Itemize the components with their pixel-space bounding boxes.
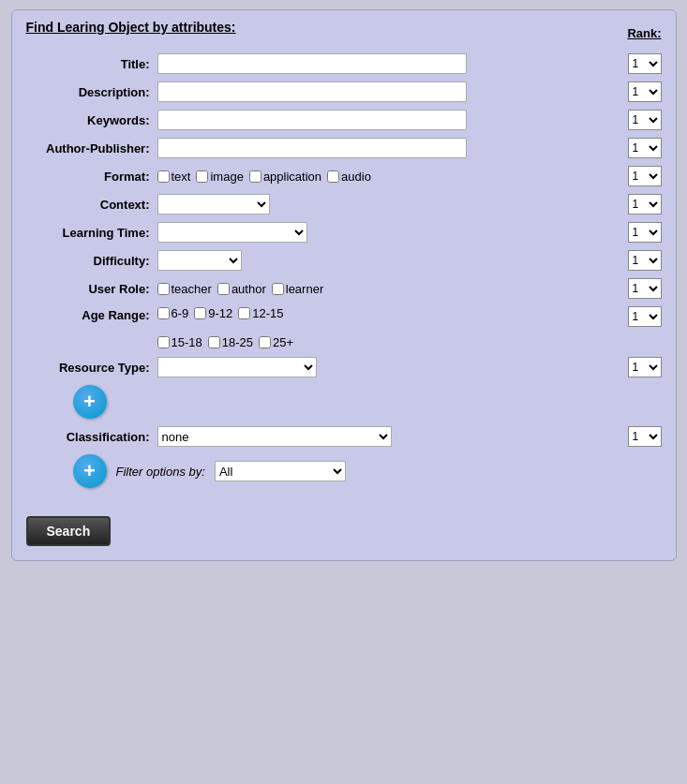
format-image-label: image <box>210 170 243 184</box>
age-range-row: Age Range: 6-9 9-12 12-15 <box>26 306 662 349</box>
role-author-checkbox[interactable] <box>217 283 230 295</box>
age-row-1: 6-9 9-12 12-15 <box>157 306 294 320</box>
age-18-25-item[interactable]: 18-25 <box>208 335 253 349</box>
format-audio-checkbox[interactable] <box>327 170 339 183</box>
role-author-label: author <box>231 282 266 296</box>
age-9-12-checkbox[interactable] <box>194 307 206 319</box>
format-rank-select[interactable]: 12345 <box>628 166 662 186</box>
format-application-item[interactable]: application <box>249 170 321 184</box>
age-6-9-checkbox[interactable] <box>157 307 170 319</box>
age-row-2: 15-18 18-25 25+ <box>157 335 294 349</box>
author-publisher-label: Author-Publisher: <box>26 141 157 155</box>
age-9-12-item[interactable]: 9-12 <box>194 306 232 320</box>
learning-time-row: Learning Time: < 1 hour 1-3 hours 3-6 ho… <box>26 222 662 243</box>
difficulty-select[interactable]: Very Easy Easy Medium Difficult Very Dif… <box>157 250 242 271</box>
keywords-rank-select[interactable]: 12345 <box>628 110 662 130</box>
age-6-9-label: 6-9 <box>172 306 189 320</box>
age-25plus-checkbox[interactable] <box>259 336 271 348</box>
learning-time-select[interactable]: < 1 hour 1-3 hours 3-6 hours > 6 hours <box>157 222 307 243</box>
description-rank-select[interactable]: 12345 <box>628 81 662 102</box>
age-12-15-checkbox[interactable] <box>238 307 250 319</box>
classification-label: Classification: <box>26 430 157 444</box>
classification-row: Classification: none Category 1 Category… <box>26 426 662 447</box>
role-teacher-label: teacher <box>172 282 212 296</box>
classification-select[interactable]: none Category 1 Category 2 Category 3 <box>157 426 392 447</box>
format-image-checkbox[interactable] <box>196 170 208 183</box>
role-author-item[interactable]: author <box>217 282 266 296</box>
rank-header: Rank: <box>627 26 661 40</box>
age-9-12-label: 9-12 <box>208 306 232 320</box>
keywords-input[interactable] <box>157 110 467 130</box>
resource-type-add-button[interactable]: + <box>73 385 107 419</box>
age-18-25-checkbox[interactable] <box>208 336 220 348</box>
format-text-label: text <box>172 170 191 184</box>
format-image-item[interactable]: image <box>196 170 243 184</box>
title-rank-select[interactable]: 12345 <box>628 53 662 74</box>
resource-type-select[interactable]: Exercise Simulation Questionnaire Diagra… <box>157 357 317 377</box>
resource-type-row: Resource Type: Exercise Simulation Quest… <box>26 357 662 377</box>
user-role-label: User Role: <box>26 282 157 296</box>
format-application-checkbox[interactable] <box>249 170 261 183</box>
age-range-label: Age Range: <box>26 306 157 322</box>
format-text-checkbox[interactable] <box>157 170 170 183</box>
learning-time-rank-select[interactable]: 12345 <box>628 222 662 243</box>
format-audio-item[interactable]: audio <box>327 170 371 184</box>
title-row: Title: 12345 <box>26 53 662 74</box>
user-role-row: User Role: teacher author learner 12345 <box>26 278 662 299</box>
main-container: Find Learing Object by attributes: Rank:… <box>11 9 677 561</box>
format-row: Format: text image application audio <box>26 166 662 186</box>
age-12-15-item[interactable]: 12-15 <box>238 306 283 320</box>
classification-rank-select[interactable]: 12345 <box>628 426 662 447</box>
resource-type-rank-select[interactable]: 12345 <box>628 357 662 377</box>
age-18-25-label: 18-25 <box>222 335 253 349</box>
author-publisher-input[interactable] <box>157 138 467 158</box>
user-role-rank-select[interactable]: 12345 <box>628 278 662 299</box>
page-title: Find Learing Object by attributes: <box>26 20 236 35</box>
age-range-rank-select[interactable]: 12345 <box>628 306 662 327</box>
role-learner-checkbox[interactable] <box>272 283 284 295</box>
learning-time-label: Learning Time: <box>26 226 157 240</box>
difficulty-label: Difficulty: <box>26 254 157 268</box>
user-role-checkbox-group: teacher author learner <box>157 282 324 296</box>
format-checkbox-group: text image application audio <box>157 170 371 184</box>
context-rank-select[interactable]: 12345 <box>628 194 662 214</box>
classification-add-button[interactable]: + <box>73 454 107 488</box>
age-15-18-checkbox[interactable] <box>157 336 170 348</box>
difficulty-rank-select[interactable]: 12345 <box>628 250 662 271</box>
age-15-18-label: 15-18 <box>172 335 202 349</box>
role-teacher-item[interactable]: teacher <box>157 282 212 296</box>
age-12-15-label: 12-15 <box>252 306 283 320</box>
description-row: Description: 12345 <box>26 81 662 102</box>
classification-filter-row: + Filter options by: All Author Learner … <box>73 454 662 488</box>
age-6-9-item[interactable]: 6-9 <box>157 306 189 320</box>
author-publisher-row: Author-Publisher: 12345 <box>26 138 662 158</box>
context-row: Context: School Higher Education Trainin… <box>26 194 662 214</box>
header-row: Find Learing Object by attributes: Rank: <box>26 20 662 46</box>
format-audio-label: audio <box>341 170 371 184</box>
role-learner-label: learner <box>286 282 323 296</box>
context-select[interactable]: School Higher Education Training Other <box>157 194 270 214</box>
context-label: Context: <box>26 198 157 212</box>
filter-options-select[interactable]: All Author Learner Teacher <box>215 461 346 481</box>
age-range-section: 6-9 9-12 12-15 15-18 <box>157 306 294 349</box>
description-label: Description: <box>26 85 157 99</box>
description-input[interactable] <box>157 81 467 102</box>
author-publisher-rank-select[interactable]: 12345 <box>628 138 662 158</box>
title-label: Title: <box>26 57 157 71</box>
keywords-row: Keywords: 12345 <box>26 110 662 130</box>
filter-options-label: Filter options by: <box>116 465 205 479</box>
difficulty-row: Difficulty: Very Easy Easy Medium Diffic… <box>26 250 662 271</box>
role-learner-item[interactable]: learner <box>272 282 323 296</box>
search-row: Search <box>26 497 662 546</box>
age-25plus-label: 25+ <box>273 335 293 349</box>
resource-type-label: Resource Type: <box>26 361 157 375</box>
role-teacher-checkbox[interactable] <box>157 283 170 295</box>
format-application-label: application <box>263 170 321 184</box>
format-label: Format: <box>26 170 157 184</box>
search-button[interactable]: Search <box>26 516 112 546</box>
age-15-18-item[interactable]: 15-18 <box>157 335 202 349</box>
age-25plus-item[interactable]: 25+ <box>259 335 293 349</box>
format-text-item[interactable]: text <box>157 170 191 184</box>
keywords-label: Keywords: <box>26 113 157 127</box>
title-input[interactable] <box>157 53 467 74</box>
